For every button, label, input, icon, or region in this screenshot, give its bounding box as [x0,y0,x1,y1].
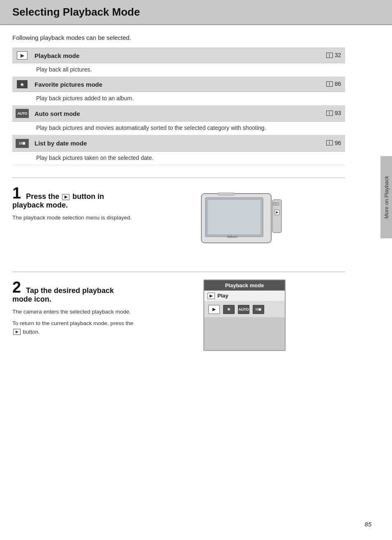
ps-date-icon: 12▦ [253,305,264,314]
side-tab: More on Playback [380,156,392,238]
step-1-left: 1 Press the ▶ button in playback mode. T… [12,185,136,251]
table-row: Play back pictures and movies automatica… [12,122,345,135]
playback-screen-body [204,317,285,350]
mode-table: ▶ Playback mode 32 Play back all picture… [12,48,345,165]
page-number: 85 [364,521,371,528]
step-1: 1 Press the ▶ button in playback mode. T… [12,178,345,259]
table-row: Play back pictures taken on the selected… [12,151,345,165]
mode-ref-auto: 93 [312,106,345,122]
ps-star-icon: ★ [223,305,235,314]
inline-play-icon-2: ▶ [13,329,21,335]
step-2-left: 2 Tap the desired playback mode icon. Th… [12,279,136,351]
auto-icon: AUTO [16,109,29,118]
mode-desc-favorite: Play back pictures added to an album. [12,92,345,106]
svg-point-8 [276,202,279,205]
mode-icon-auto: AUTO [12,106,32,122]
step-1-desc: The playback mode selection menu is disp… [12,214,136,222]
step-2-desc2: To return to the current playback mode, … [12,319,136,336]
mode-desc-date: Play back pictures taken on the selected… [12,151,345,165]
step-1-right: Nikon [144,185,345,251]
step-2: 2 Tap the desired playback mode icon. Th… [12,272,345,359]
svg-text:Nikon: Nikon [227,235,237,239]
playback-screen-label: Play [217,293,228,299]
play-icon: ▶ [17,51,28,60]
table-row: 12▦ List by date mode 96 [12,135,345,152]
step-2-desc1: The camera enters the selected playback … [12,308,136,316]
inline-play-icon: ▶ [62,194,69,200]
mode-desc-playback: Play back all pictures. [12,63,345,77]
mode-ref-favorite: 86 [312,77,345,92]
star-icon: ★ [17,80,28,88]
camera-illustration: Nikon [197,185,292,251]
mode-desc-auto: Play back pictures and movies automatica… [12,122,345,135]
mode-icon-favorite: ★ [12,77,32,92]
step-2-title: Tap the desired playback mode icon. [12,286,114,303]
table-row: ★ Favorite pictures mode 86 [12,77,345,92]
page-header: Selecting Playback Mode [0,0,392,25]
steps-section: 1 Press the ▶ button in playback mode. T… [12,178,345,359]
main-content: Following playback modes can be selected… [0,25,357,384]
mode-ref-playback: 32 [312,48,345,63]
mode-name-auto: Auto sort mode [32,106,312,122]
playback-screen-header: Playback mode [204,280,285,291]
playback-mode-screen: Playback mode ▶ Play ▶ ★ AUTO 12▦ [203,279,286,351]
svg-rect-2 [208,200,261,235]
table-row: Play back pictures added to an album. [12,92,345,106]
step-1-title: Press the ▶ button in playback mode. [12,192,104,209]
table-row: Play back all pictures. [12,63,345,77]
side-tab-text: More on Playback [383,176,390,219]
step-2-right: Playback mode ▶ Play ▶ ★ AUTO 12▦ [144,279,345,351]
date-icon: 12▦ [16,139,29,148]
mode-name-favorite: Favorite pictures mode [32,77,312,92]
table-row: ▶ Playback mode 32 [12,48,345,63]
step-1-title-block: 1 Press the ▶ button in playback mode. [12,185,136,210]
mode-name-date: List by date mode [32,135,312,152]
table-row: AUTO Auto sort mode 93 [12,106,345,122]
mode-ref-date: 96 [312,135,345,152]
screen-play-icon: ▶ [208,293,215,299]
mode-name-playback: Playback mode [32,48,312,63]
mode-icon-playback: ▶ [12,48,32,63]
step-1-number: 1 [12,185,21,202]
mode-icon-date: 12▦ [12,135,32,152]
ps-auto-icon: AUTO [238,305,249,314]
step-2-title-block: 2 Tap the desired playback mode icon. [12,279,136,304]
step-2-number: 2 [12,279,21,296]
ps-play-icon: ▶ [208,305,220,314]
svg-rect-9 [218,193,234,195]
page-title: Selecting Playback Mode [12,6,380,18]
playback-screen-icons-row: ▶ ★ AUTO 12▦ [204,302,285,317]
intro-text: Following playback modes can be selected… [12,34,345,41]
